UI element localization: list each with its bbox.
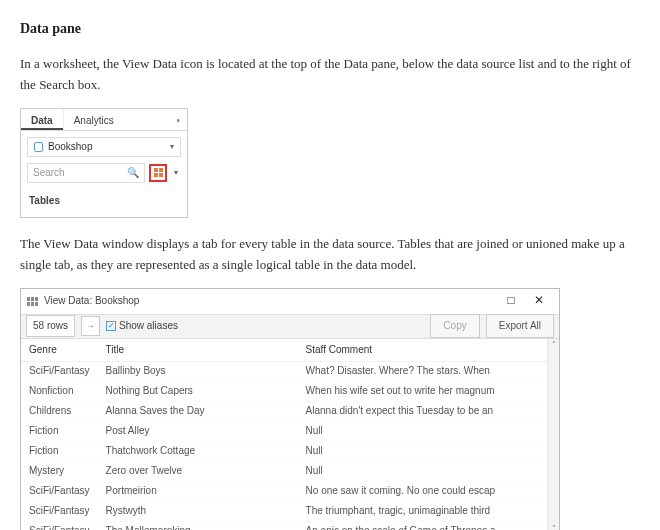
cell-staff-comment: When his wife set out to write her magnu… [298, 381, 559, 401]
col-genre[interactable]: Genre [21, 339, 98, 362]
table-row[interactable]: SciFi/FantasyThe MallemarokingAn epic on… [21, 521, 559, 530]
table-row[interactable]: FictionThatchwork CottageNull [21, 441, 559, 461]
cell-genre: SciFi/Fantasy [21, 361, 98, 381]
cell-staff-comment: No one saw it coming. No one could escap [298, 481, 559, 501]
row-count-apply-icon[interactable]: → [81, 316, 100, 336]
scroll-up-icon[interactable]: ˄ [548, 339, 559, 351]
cell-genre: SciFi/Fantasy [21, 501, 98, 521]
view-data-window: View Data: Bookshop □ ✕ 58 rows → ✓ Show… [20, 288, 560, 530]
header-row: Genre Title Staff Comment [21, 339, 559, 362]
intro-paragraph-2: The View Data window displays a tab for … [20, 234, 640, 276]
table-row[interactable]: ChildrensAlanna Saves the DayAlanna didn… [21, 401, 559, 421]
search-input[interactable]: Search 🔍 [27, 163, 145, 183]
tables-heading: Tables [21, 187, 187, 217]
datasource-icon [34, 142, 43, 152]
row-count-field[interactable]: 58 rows [26, 315, 75, 337]
pane-tabstrip: Data Analytics • [21, 109, 187, 131]
scroll-down-icon[interactable]: ˅ [548, 523, 559, 530]
cell-genre: Fiction [21, 441, 98, 461]
cell-title: Alanna Saves the Day [98, 401, 298, 421]
section-heading: Data pane [20, 18, 640, 40]
cell-title: Ballinby Boys [98, 361, 298, 381]
view-data-dropdown-icon[interactable]: ▾ [171, 167, 181, 180]
copy-button[interactable]: Copy [430, 314, 479, 338]
cell-title: Rystwyth [98, 501, 298, 521]
cell-title: Nothing But Capers [98, 381, 298, 401]
search-icon: 🔍 [127, 165, 139, 181]
cell-title: Thatchwork Cottage [98, 441, 298, 461]
data-pane-figure: Data Analytics • Bookshop ▾ Search 🔍 ▾ T… [20, 108, 188, 218]
show-aliases-checkbox[interactable]: ✓ Show aliases [106, 318, 178, 334]
window-title: View Data: Bookshop [44, 293, 139, 309]
table-icon [27, 297, 38, 306]
table-row[interactable]: SciFi/FantasyRystwythThe triumphant, tra… [21, 501, 559, 521]
vertical-scrollbar[interactable]: ˄ ˅ [547, 339, 559, 530]
cell-staff-comment: Alanna didn't expect this Tuesday to be … [298, 401, 559, 421]
cell-genre: Childrens [21, 401, 98, 421]
table-row[interactable]: MysteryZero over TwelveNull [21, 461, 559, 481]
cell-staff-comment: What? Disaster. Where? The stars. When [298, 361, 559, 381]
table-row[interactable]: NonfictionNothing But CapersWhen his wif… [21, 381, 559, 401]
cell-staff-comment: Null [298, 441, 559, 461]
tab-overflow-icon[interactable]: • [169, 109, 187, 130]
cell-genre: Fiction [21, 421, 98, 441]
export-all-button[interactable]: Export All [486, 314, 554, 338]
intro-paragraph-1: In a worksheet, the View Data icon is lo… [20, 54, 640, 96]
cell-staff-comment: Null [298, 461, 559, 481]
cell-staff-comment: Null [298, 421, 559, 441]
table-row[interactable]: FictionPost AlleyNull [21, 421, 559, 441]
cell-title: Post Alley [98, 421, 298, 441]
view-data-toolbar: 58 rows → ✓ Show aliases Copy Export All [21, 315, 559, 339]
datasource-selector[interactable]: Bookshop ▾ [27, 137, 181, 157]
maximize-icon[interactable]: □ [497, 291, 525, 310]
checkbox-checked-icon: ✓ [106, 321, 116, 331]
close-icon[interactable]: ✕ [525, 291, 553, 310]
table-row[interactable]: SciFi/FantasyPortmeirionNo one saw it co… [21, 481, 559, 501]
show-aliases-label: Show aliases [119, 318, 178, 334]
chevron-down-icon: ▾ [170, 141, 174, 154]
table-row[interactable]: SciFi/FantasyBallinby BoysWhat? Disaster… [21, 361, 559, 381]
window-titlebar: View Data: Bookshop □ ✕ [21, 289, 559, 315]
cell-title: Portmeirion [98, 481, 298, 501]
cell-staff-comment: An epic on the scale of Game of Thrones … [298, 521, 559, 530]
cell-genre: SciFi/Fantasy [21, 521, 98, 530]
col-staff-comment[interactable]: Staff Comment [298, 339, 559, 362]
tab-analytics[interactable]: Analytics [64, 109, 124, 130]
cell-title: Zero over Twelve [98, 461, 298, 481]
col-title[interactable]: Title [98, 339, 298, 362]
cell-genre: Mystery [21, 461, 98, 481]
tab-data[interactable]: Data [21, 109, 63, 130]
cell-staff-comment: The triumphant, tragic, unimaginable thi… [298, 501, 559, 521]
cell-title: The Mallemaroking [98, 521, 298, 530]
search-placeholder: Search [33, 165, 65, 181]
datasource-name: Bookshop [48, 139, 92, 155]
cell-genre: Nonfiction [21, 381, 98, 401]
cell-genre: SciFi/Fantasy [21, 481, 98, 501]
data-grid: Genre Title Staff Comment SciFi/FantasyB… [21, 339, 559, 530]
view-data-icon[interactable] [149, 164, 167, 182]
